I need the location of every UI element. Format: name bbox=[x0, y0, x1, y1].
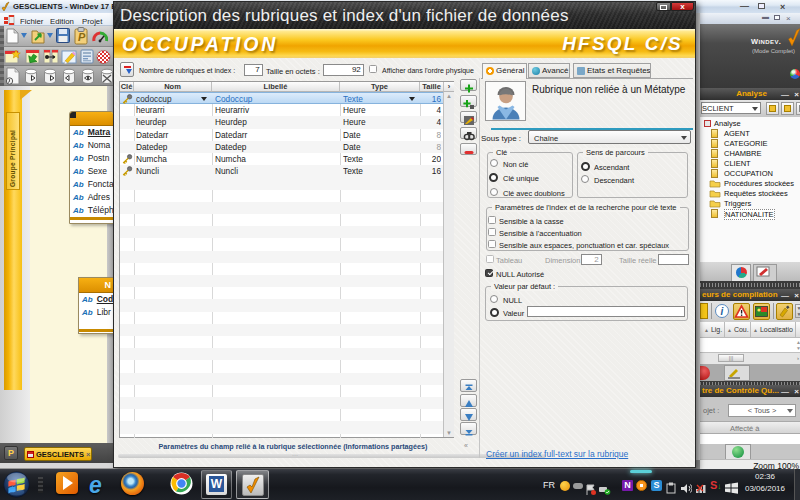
svg-text:P: P bbox=[78, 31, 86, 43]
